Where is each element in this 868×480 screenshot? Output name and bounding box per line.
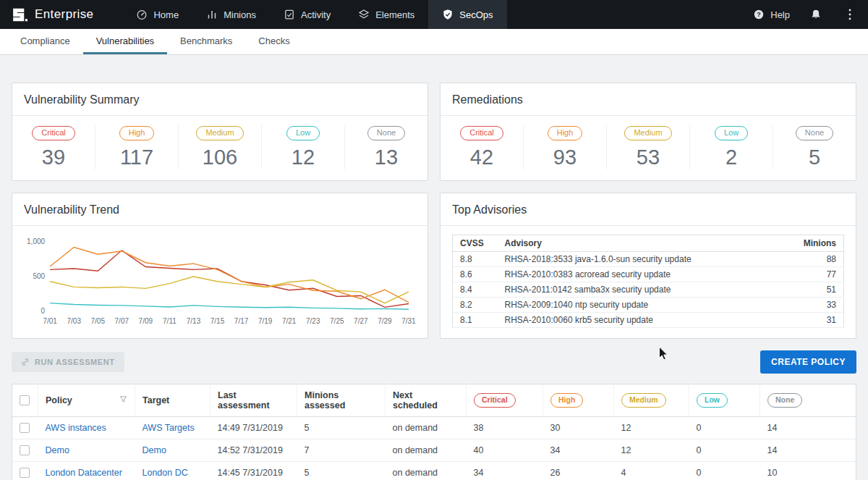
x-axis-tick: 7/23 — [306, 317, 320, 325]
tab-compliance[interactable]: Compliance — [7, 29, 83, 54]
advisory-cell: 8.6 — [453, 266, 498, 282]
target-link[interactable]: AWS Targets — [142, 423, 195, 433]
advisory-cell: RHSA-2018:3533 java-1.6.0-sun security u… — [498, 251, 795, 266]
policy-cell-policy: London Datacenter — [38, 461, 135, 480]
trend-chart-wrap: 05001,0007/017/037/057/077/097/117/137/1… — [12, 226, 427, 334]
policy-cell-target: London DC — [135, 461, 210, 480]
activity-icon — [284, 9, 295, 20]
create-policy-button[interactable]: CREATE POLICY — [760, 350, 856, 374]
policies-header-row: PolicyTargetLast assessmentMinions asses… — [12, 384, 856, 416]
nav-item-activity[interactable]: Activity — [270, 0, 344, 29]
severity-count: 13 — [345, 146, 427, 169]
policy-link[interactable]: Demo — [46, 445, 69, 455]
tab-benchmarks[interactable]: Benchmarks — [167, 29, 245, 54]
nav-item-secops[interactable]: SecOps — [428, 0, 506, 29]
brand-name: Enterprise — [35, 7, 93, 22]
policies-column-header-last: Last assessment — [210, 384, 297, 416]
nav-item-minions[interactable]: Minions — [192, 0, 270, 29]
severity-count: 12 — [262, 146, 344, 169]
severity-stat-high: High93 — [523, 125, 606, 169]
tab-vulnerabilities[interactable]: Vulnerabilities — [83, 29, 167, 54]
trend-series-low — [50, 303, 409, 310]
policy-cell-critical: 38 — [467, 416, 543, 439]
severity-stat-none: None5 — [773, 125, 856, 169]
remediations-title: Remediations — [441, 83, 856, 116]
policy-cell-last: 14:45 7/31/2019 — [210, 461, 297, 480]
policies-table: PolicyTargetLast assessmentMinions asses… — [12, 384, 856, 480]
run-assessment-button[interactable]: RUN ASSESSMENT — [12, 352, 124, 372]
x-axis-tick: 7/15 — [210, 317, 225, 325]
severity-stat-critical: Critical42 — [441, 125, 523, 169]
policies-column-header-next: Next scheduled — [386, 384, 467, 416]
x-axis-tick: 7/13 — [187, 317, 201, 325]
advisory-cell: 31 — [795, 312, 844, 327]
policy-cell-low: 0 — [689, 461, 760, 480]
trend-chart: 05001,0007/017/037/057/077/097/117/137/1… — [20, 233, 420, 332]
select-all-checkbox[interactable] — [20, 395, 30, 405]
advisory-row: 8.8RHSA-2018:3533 java-1.6.0-sun securit… — [453, 251, 844, 266]
overflow-menu-button[interactable] — [838, 0, 868, 29]
policy-cell-medium: 4 — [614, 461, 689, 480]
nav-item-label: Elements — [375, 9, 414, 20]
severity-count: 2 — [690, 146, 773, 169]
severity-count: 42 — [441, 146, 523, 169]
x-axis-tick: 7/27 — [354, 317, 368, 325]
policy-cell-next: on demand — [386, 439, 467, 461]
notifications-button[interactable] — [800, 0, 838, 29]
severity-count: 39 — [12, 146, 95, 169]
tab-checks[interactable]: Checks — [245, 29, 302, 54]
policies-column-header-none: None — [760, 384, 856, 416]
severity-badge: None — [767, 393, 802, 407]
advisory-cell: 8.1 — [453, 312, 498, 327]
nav-item-label: Activity — [301, 9, 331, 20]
policy-cell-high: 34 — [543, 439, 614, 461]
policy-cell-minions: 7 — [297, 439, 386, 461]
filter-icon[interactable] — [119, 395, 127, 405]
severity-stat-medium: Medium106 — [178, 125, 261, 169]
severity-count: 5 — [773, 146, 856, 169]
x-axis-tick: 7/19 — [258, 317, 273, 325]
main-content: Vulnerability Summary Critical39High117M… — [0, 55, 868, 480]
elements-icon — [358, 9, 370, 20]
x-axis-tick: 7/29 — [378, 317, 392, 325]
advisory-row: 8.4RHSA-2011:0142 samba3x security updat… — [453, 282, 844, 297]
help-button[interactable]: ? Help — [743, 0, 800, 29]
advisory-cell: RHSA-2010:0060 krb5 security update — [498, 312, 795, 327]
row-checkbox[interactable] — [20, 423, 30, 433]
advisory-cell: 77 — [795, 266, 844, 282]
policy-link[interactable]: AWS instances — [46, 423, 106, 433]
run-assessment-label: RUN ASSESSMENT — [35, 358, 115, 366]
policy-cell-critical: 34 — [467, 461, 543, 480]
x-axis-tick: 7/31 — [401, 317, 416, 325]
shield-icon — [442, 9, 454, 20]
nav-item-home[interactable]: Home — [122, 0, 192, 29]
severity-count: 117 — [95, 146, 178, 169]
x-axis-tick: 7/09 — [139, 317, 153, 325]
advisory-cell: 8.4 — [453, 282, 498, 297]
severity-stat-none: None13 — [344, 125, 427, 169]
y-axis-tick: 0 — [41, 307, 46, 315]
policy-cell-high: 30 — [543, 416, 614, 439]
vulnerability-summary-card: Vulnerability Summary Critical39High117M… — [12, 83, 428, 181]
policies-column-header-minions: Minions assessed — [297, 384, 386, 416]
link-icon — [21, 358, 30, 366]
row-checkbox[interactable] — [20, 445, 30, 455]
policies-column-header-high: High — [543, 384, 614, 416]
policy-cell-minions: 5 — [297, 461, 386, 480]
bell-icon — [810, 9, 822, 20]
nav-item-label: Home — [153, 9, 179, 20]
policy-select-cell — [12, 416, 38, 439]
brand[interactable]: Enterprise — [0, 0, 103, 29]
nav-item-elements[interactable]: Elements — [344, 0, 428, 29]
target-link[interactable]: Demo — [142, 445, 166, 455]
advisories-header-row: CVSSAdvisoryMinions — [453, 235, 844, 251]
secops-tabbar: Compliance Vulnerabilities Benchmarks Ch… — [0, 29, 868, 55]
severity-badge: Medium — [196, 126, 243, 140]
policy-link[interactable]: London Datacenter — [46, 468, 122, 478]
severity-stat-low: Low2 — [689, 125, 773, 169]
severity-badge: Medium — [624, 126, 671, 140]
row-checkbox[interactable] — [20, 468, 30, 478]
advisory-row: 8.1RHSA-2010:0060 krb5 security update31 — [453, 312, 844, 327]
target-link[interactable]: London DC — [142, 468, 188, 478]
policy-select-cell — [12, 439, 38, 461]
